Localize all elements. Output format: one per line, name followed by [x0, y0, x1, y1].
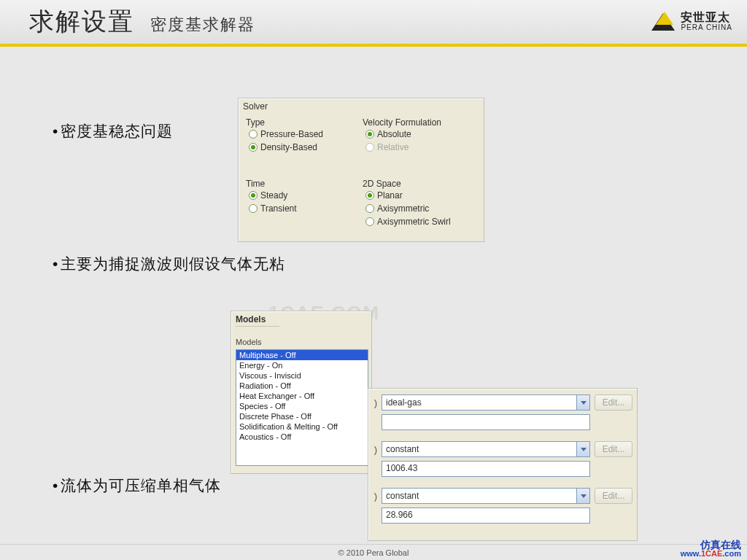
- paren-icon: ): [371, 397, 377, 408]
- models-listbox[interactable]: Multiphase - Off Energy - On Viscous - I…: [236, 349, 368, 466]
- footer-brand-cn: 仿真在线: [681, 540, 741, 551]
- edit-button[interactable]: Edit...: [595, 394, 632, 411]
- edit-button[interactable]: Edit...: [595, 488, 632, 504]
- velocity-group-label: Velocity Formulation: [363, 117, 441, 128]
- bullet-2-text: 主要为捕捉激波则假设气体无粘: [61, 255, 285, 272]
- list-item[interactable]: Multiphase - Off: [236, 350, 368, 360]
- list-item[interactable]: Heat Exchanger - Off: [236, 391, 368, 401]
- mw-method-combo[interactable]: constant: [382, 488, 590, 504]
- title-sub: 密度基求解器: [150, 14, 255, 36]
- materials-properties-panel: ) ideal-gas Edit... ) constant Edi: [368, 388, 638, 541]
- list-item[interactable]: Energy - On: [236, 360, 368, 370]
- cp-method-combo[interactable]: constant: [382, 441, 590, 457]
- density-method-combo[interactable]: ideal-gas: [382, 394, 590, 411]
- logo-cn: 安世亚太: [681, 12, 732, 24]
- list-item[interactable]: Viscous - Inviscid: [236, 370, 368, 381]
- combo-value: constant: [386, 491, 419, 501]
- list-item[interactable]: Discrete Phase - Off: [236, 411, 368, 421]
- combo-value: constant: [386, 444, 419, 454]
- copyright-text: © 2010 Pera Global: [338, 548, 409, 557]
- property-row-density: ) ideal-gas Edit...: [371, 394, 632, 411]
- space-options: Planar Axisymmetric Axisymmetric Swirl: [365, 190, 451, 227]
- models-list-label: Models: [236, 338, 261, 346]
- slide-header: 求解设置 密度基求解器 安世亚太 PERA CHINA: [0, 0, 747, 47]
- type-group-label: Type: [246, 117, 265, 128]
- chevron-down-icon[interactable]: [576, 489, 589, 503]
- bullet-3: •流体为可压缩单相气体: [53, 475, 221, 496]
- density-value-field[interactable]: [382, 414, 590, 430]
- footer-brand-url: www.1CAE.com: [681, 550, 741, 559]
- radio-planar[interactable]: Planar: [365, 190, 451, 201]
- solver-panel: Solver Type Pressure-Based Density-Based…: [238, 98, 484, 242]
- radio-pressure-based[interactable]: Pressure-Based: [249, 129, 323, 139]
- slide-content: •密度基稳态问题 •主要为捕捉激波则假设气体无粘 •流体为可压缩单相气体 Sol…: [0, 47, 747, 544]
- models-panel-title: Models: [236, 314, 279, 327]
- space-group-label: 2D Space: [363, 179, 401, 189]
- property-row-cp: ) constant Edit...: [371, 441, 632, 457]
- radio-axisymmetric-swirl[interactable]: Axisymmetric Swirl: [365, 217, 451, 227]
- time-options: Steady Transient: [249, 190, 297, 214]
- brand-logo: 安世亚太 PERA CHINA: [651, 12, 732, 31]
- chevron-down-icon[interactable]: [576, 442, 589, 456]
- list-item[interactable]: Species - Off: [236, 401, 368, 411]
- solver-panel-title: Solver: [243, 101, 268, 112]
- list-item[interactable]: Radiation - Off: [236, 381, 368, 391]
- combo-value: ideal-gas: [386, 397, 422, 408]
- bullet-2: •主要为捕捉激波则假设气体无粘: [53, 254, 285, 274]
- type-options: Pressure-Based Density-Based: [249, 129, 323, 152]
- velocity-options: Absolute Relative: [365, 129, 411, 152]
- radio-steady[interactable]: Steady: [249, 190, 297, 201]
- list-item[interactable]: Solidification & Melting - Off: [236, 421, 368, 432]
- header-titles: 求解设置 密度基求解器: [29, 5, 255, 39]
- bullet-1: •密度基稳态问题: [53, 121, 173, 141]
- paren-icon: ): [371, 444, 377, 455]
- footer-brand: 仿真在线 www.1CAE.com: [681, 540, 741, 559]
- bullet-1-text: 密度基稳态问题: [61, 122, 173, 139]
- radio-relative: Relative: [365, 142, 411, 152]
- time-group-label: Time: [246, 179, 265, 189]
- list-item[interactable]: Acoustics - Off: [236, 432, 368, 442]
- bullet-3-text: 流体为可压缩单相气体: [61, 477, 221, 494]
- logo-en: PERA CHINA: [681, 24, 732, 32]
- radio-density-based[interactable]: Density-Based: [249, 142, 323, 152]
- mw-value-field[interactable]: 28.966: [382, 508, 590, 524]
- chevron-down-icon[interactable]: [576, 395, 589, 410]
- radio-transient[interactable]: Transient: [249, 203, 297, 214]
- cp-value-field[interactable]: 1006.43: [382, 461, 590, 477]
- property-row-mw: ) constant Edit...: [371, 488, 632, 504]
- edit-button[interactable]: Edit...: [595, 441, 632, 457]
- radio-absolute[interactable]: Absolute: [365, 129, 411, 139]
- title-main: 求解设置: [29, 5, 134, 39]
- paren-icon: ): [371, 491, 377, 502]
- footer-bar: © 2010 Pera Global 仿真在线 www.1CAE.com: [0, 544, 747, 560]
- logo-triangle-icon: [651, 13, 675, 31]
- radio-axisymmetric[interactable]: Axisymmetric: [365, 203, 451, 214]
- models-panel: Models Models Multiphase - Off Energy - …: [231, 311, 372, 474]
